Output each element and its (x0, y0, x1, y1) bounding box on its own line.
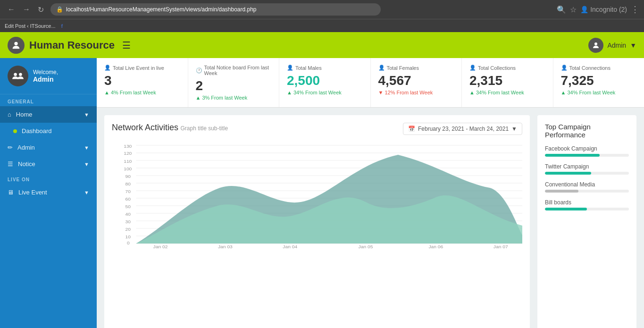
campaign-conventional-bar-bg (545, 190, 629, 193)
svg-text:70: 70 (125, 189, 131, 193)
campaign-conventional-bar (545, 190, 578, 193)
svg-text:Jan 03: Jan 03 (218, 244, 233, 249)
live-event-arrow: ▼ (84, 190, 89, 195)
address-bar[interactable]: 🔒 localhost/HumanResourceManagementSyste… (50, 3, 381, 16)
forward-button[interactable]: → (20, 4, 33, 15)
sidebar-item-dashboard[interactable]: Dashboard (0, 123, 97, 139)
back-button[interactable]: ← (5, 4, 18, 15)
stat-live-label: 👤 Total Live Event in live (104, 65, 180, 71)
bookmark-edit-post[interactable]: Edit Post ‹ ITSource... (5, 23, 56, 29)
date-range-text: February 23, 2021 - March 24, 2021 (418, 126, 509, 132)
stat-connections-value: 7,325 (561, 73, 637, 89)
app-layout: Welcome, Admin GENERAL ⌂ Home ▼ Dashboar… (0, 32, 644, 328)
stat-males-value: 2,500 (287, 73, 363, 89)
svg-text:110: 110 (124, 159, 132, 163)
stat-notice-icon: 🕐 (196, 67, 202, 74)
admin-avatar (588, 38, 603, 53)
svg-text:90: 90 (125, 174, 131, 178)
chart-header: Network Activities Graph title sub-title… (112, 123, 522, 135)
bookmark-facebook[interactable]: f (61, 23, 63, 29)
svg-text:Jan 07: Jan 07 (493, 244, 508, 249)
stat-males-arrow: ▲ (287, 90, 292, 95)
svg-point-0 (14, 42, 17, 45)
campaign-twitter-bar (545, 172, 591, 175)
sidebar-item-live-event[interactable]: 🖥 Live Event ▼ (0, 184, 97, 201)
brand-name: Human Resource (29, 39, 115, 51)
campaign-billboards-bar (545, 208, 587, 210)
home-arrow: ▼ (84, 112, 89, 118)
svg-text:60: 60 (125, 196, 131, 201)
campaign-billboards-bar-bg (545, 208, 629, 210)
svg-text:20: 20 (125, 227, 131, 231)
svg-point-2 (14, 73, 17, 76)
hamburger-icon[interactable]: ☰ (122, 40, 131, 51)
svg-text:100: 100 (124, 166, 132, 171)
stat-notice-label: 🕐 Total Notice board From last Week (196, 65, 272, 76)
svg-text:40: 40 (125, 211, 131, 216)
home-icon: ⌂ (8, 111, 11, 118)
svg-text:Jan 04: Jan 04 (283, 244, 298, 249)
campaign-facebook-bar (545, 154, 600, 157)
admin-menu[interactable]: Admin ▼ (588, 38, 636, 53)
browser-chrome: ← → ↻ 🔒 localhost/HumanResourceManagemen… (0, 0, 644, 19)
stat-connections-label: 👤 Total Connections (561, 65, 637, 71)
svg-text:130: 130 (124, 143, 132, 148)
menu-icon[interactable]: ⋮ (631, 4, 639, 15)
brand-avatar (8, 37, 25, 54)
stat-connections-change: ▲ 34% From last Week (561, 90, 637, 95)
url-text: localhost/HumanResourceManagementSystem/… (66, 6, 257, 13)
sidebar-item-notice[interactable]: ☰ Notice ▼ (0, 156, 97, 172)
stat-females-change: ▼ 12% From last Week (378, 90, 454, 95)
bookmark-bar: Edit Post ‹ ITSource... f (0, 19, 644, 32)
campaign-facebook-bar-bg (545, 154, 629, 157)
stat-connections-icon: 👤 (561, 65, 568, 71)
stat-females-value: 4,567 (378, 73, 454, 89)
svg-text:80: 80 (125, 181, 131, 186)
chart-title: Network Activities (112, 123, 178, 132)
stat-collections-label: 👤 Total Collections (469, 65, 545, 71)
stat-males-change: ▲ 34% From last Week (287, 90, 363, 95)
general-label: GENERAL (0, 94, 97, 106)
browser-nav: ← → ↻ (5, 4, 47, 15)
live-label: LIVE ON (0, 172, 97, 184)
chart-subtitle: Graph title sub-title (181, 125, 228, 132)
campaign-twitter-bar-bg (545, 172, 629, 175)
svg-text:0: 0 (127, 240, 130, 245)
dashboard-label: Dashboard (22, 127, 52, 135)
calendar-icon: 📅 (408, 126, 415, 132)
stat-females-arrow: ▼ (378, 90, 384, 95)
stat-notice-value: 2 (196, 78, 272, 94)
bookmark-icon[interactable]: ☆ (570, 5, 577, 14)
campaign-title: Top Campaign Performance (545, 123, 629, 139)
refresh-button[interactable]: ↻ (35, 4, 47, 15)
live-event-icon: 🖥 (8, 189, 14, 196)
stat-females-icon: 👤 (378, 65, 385, 71)
profile-icon[interactable]: 👤 Incognito (2) (580, 6, 627, 13)
stats-row: 👤 Total Live Event in live 3 ▲ 4% From l… (97, 58, 644, 108)
stat-collections: 👤 Total Collections 2,315 ▲ 34% From las… (462, 58, 553, 107)
campaign-twitter-name: Twitter Campaign (545, 163, 629, 170)
sidebar-avatar (8, 66, 28, 86)
campaign-facebook-name: Facebook Campaign (545, 145, 629, 152)
search-icon[interactable]: 🔍 (557, 5, 566, 14)
stat-notice-change: ▲ 3% From last Week (196, 95, 272, 101)
stat-notice-arrow: ▲ (196, 95, 201, 101)
svg-text:120: 120 (124, 151, 132, 155)
stat-males-icon: 👤 (287, 65, 293, 71)
sidebar-item-home[interactable]: ⌂ Home ▼ (0, 106, 97, 123)
svg-text:50: 50 (125, 204, 131, 209)
sidebar-item-admin[interactable]: ✏ Admin ▼ (0, 139, 97, 156)
campaign-billboards: Bill boards (545, 199, 629, 210)
stat-females: 👤 Total Females 4,567 ▼ 12% From last We… (371, 58, 462, 107)
stat-males: 👤 Total Males 2,500 ▲ 34% From last Week (279, 58, 371, 107)
campaign-twitter: Twitter Campaign (545, 163, 629, 175)
admin-arrow: ▼ (84, 145, 89, 151)
date-picker-button[interactable]: 📅 February 23, 2021 - March 24, 2021 ▼ (403, 123, 522, 135)
stat-males-label: 👤 Total Males (287, 65, 363, 71)
stat-live-change: ▲ 4% From last Week (104, 90, 180, 95)
date-picker-arrow: ▼ (511, 126, 517, 132)
campaign-facebook: Facebook Campaign (545, 145, 629, 157)
svg-text:Jan 02: Jan 02 (153, 244, 168, 249)
stat-notice: 🕐 Total Notice board From last Week 2 ▲ … (188, 58, 280, 107)
stat-collections-arrow: ▲ (469, 90, 475, 95)
